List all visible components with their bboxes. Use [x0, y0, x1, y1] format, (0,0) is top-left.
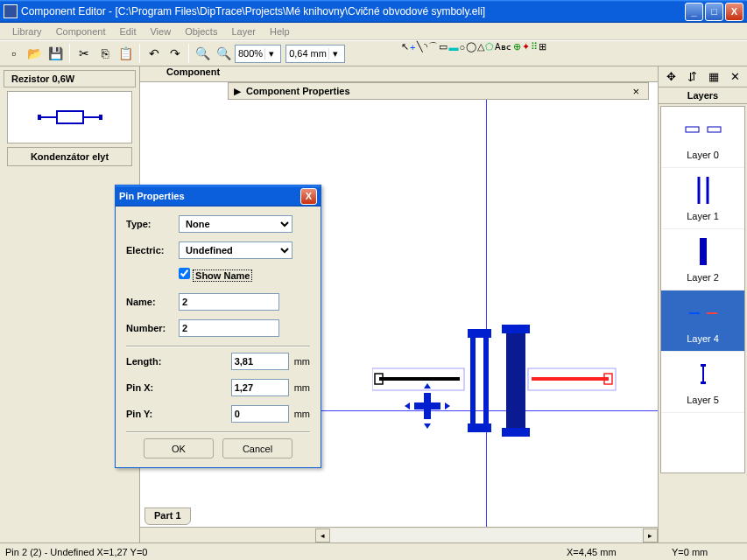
type-select[interactable]: None	[179, 215, 292, 233]
main-toolbar: ▫ 📂 💾 ✂ ⎘ 📋 ↶ ↷ 🔍 🔍 800%▾ 0,64 mm▾	[0, 40, 747, 66]
crosshair-icon[interactable]: +	[410, 42, 415, 52]
cut-icon[interactable]: ✂	[74, 44, 94, 64]
svg-rect-0	[57, 111, 83, 123]
type-label: Type:	[126, 219, 179, 229]
arc-icon[interactable]: ◝	[424, 41, 427, 52]
component-list-item[interactable]: Rezistor 0,6W	[4, 70, 136, 88]
pinx-input[interactable]	[231, 379, 289, 396]
menu-help[interactable]: Help	[263, 24, 297, 38]
layer-item[interactable]: Layer 5	[661, 352, 744, 413]
ellipse-icon[interactable]: ◯	[466, 41, 476, 52]
cancel-button[interactable]: Cancel	[222, 438, 292, 458]
component-preview	[7, 91, 132, 144]
zoom-out-icon[interactable]: 🔍	[214, 44, 234, 64]
menu-objects[interactable]: Objects	[178, 24, 224, 38]
component-properties-bar[interactable]: ▶ Component Properties ×	[228, 82, 649, 100]
save-icon[interactable]: 💾	[46, 44, 66, 64]
move-icon[interactable]: ✥	[666, 70, 676, 83]
layer-item[interactable]: Layer 2	[661, 229, 744, 290]
layer-item[interactable]: Layer 1	[661, 168, 744, 229]
fillrect-icon[interactable]: ▬	[448, 42, 458, 52]
svg-rect-14	[502, 428, 530, 437]
layer-label: Layer 0	[687, 150, 719, 160]
poly-icon[interactable]: △	[477, 41, 484, 52]
svg-rect-28	[700, 238, 707, 265]
symbol-drawing	[372, 320, 617, 480]
minimize-button[interactable]: _	[685, 3, 703, 21]
menu-component[interactable]: Component	[49, 24, 113, 38]
line-icon[interactable]: ╲	[417, 41, 423, 52]
menu-layer[interactable]: Layer	[224, 24, 263, 38]
grid-icon[interactable]: ⠿	[531, 41, 538, 52]
show-name-label[interactable]: Show Name	[193, 270, 252, 282]
layer-item-selected[interactable]: Layer 4	[661, 290, 744, 352]
svg-rect-11	[468, 424, 491, 432]
menu-bar: Library Component Edit View Objects Laye…	[0, 23, 747, 40]
show-name-checkbox[interactable]	[179, 268, 190, 279]
component-name-label: Kondenzátor elyt	[7, 147, 132, 166]
origin-icon[interactable]: ⊕	[513, 41, 521, 52]
svg-rect-10	[468, 329, 491, 338]
unit-label: mm	[294, 382, 310, 393]
status-x: X=4,45 mm	[567, 547, 672, 557]
svg-marker-21	[424, 424, 431, 429]
pinx-label: Pin X:	[126, 382, 231, 393]
horizontal-scrollbar[interactable]: ◂ ▸	[140, 527, 658, 542]
svg-rect-12	[506, 329, 525, 432]
close-button[interactable]: X	[725, 3, 743, 21]
number-input[interactable]	[179, 319, 279, 337]
grid2-icon[interactable]: ⊞	[539, 41, 546, 52]
menu-edit[interactable]: Edit	[113, 24, 144, 38]
delete-layer-icon[interactable]: ✕	[730, 70, 740, 83]
poly2-icon[interactable]: ⬠	[485, 41, 494, 52]
open-icon[interactable]: 📂	[25, 44, 45, 64]
undo-icon[interactable]: ↶	[144, 44, 164, 64]
maximize-button[interactable]: □	[705, 3, 723, 21]
unit-label: mm	[294, 409, 310, 419]
length-input[interactable]	[231, 353, 289, 370]
layer-label: Layer 2	[687, 272, 719, 283]
svg-rect-4	[99, 115, 102, 120]
layer-settings-icon[interactable]: ▦	[708, 70, 719, 83]
piny-input[interactable]	[231, 405, 289, 423]
svg-rect-3	[38, 115, 41, 120]
ok-button[interactable]: OK	[144, 438, 214, 458]
part-tab[interactable]: Part 1	[144, 508, 191, 525]
arc2-icon[interactable]: ⌒	[428, 40, 438, 53]
svg-rect-19	[414, 402, 440, 410]
scroll-right-icon[interactable]: ▸	[643, 528, 658, 542]
menu-view[interactable]: View	[143, 24, 178, 38]
layer-item[interactable]: Layer 0	[661, 107, 744, 168]
layers-header: Layers	[659, 88, 747, 104]
circle-icon[interactable]: ○	[459, 42, 465, 52]
pin-properties-dialog: Pin Properties X Type: None Electric: Un…	[115, 185, 321, 468]
text-icon[interactable]: Aʙᴄ	[495, 42, 511, 52]
dialog-close-icon[interactable]: X	[300, 188, 317, 205]
up-down-icon[interactable]: ⇵	[687, 70, 697, 83]
layer-tools: ✥ ⇵ ▦ ✕	[659, 66, 747, 88]
electric-select[interactable]: Undefined	[179, 242, 292, 259]
snap-icon[interactable]: ✦	[522, 41, 530, 52]
copy-icon[interactable]: ⎘	[95, 44, 115, 64]
paste-icon[interactable]: 📋	[116, 44, 136, 64]
expand-icon[interactable]: ▶	[234, 86, 241, 97]
rect-icon[interactable]: ▭	[439, 41, 447, 52]
svg-marker-20	[424, 383, 431, 388]
scroll-left-icon[interactable]: ◂	[315, 528, 330, 542]
name-input[interactable]	[179, 293, 279, 311]
grid-combo[interactable]: 0,64 mm▾	[285, 45, 345, 63]
redo-icon[interactable]: ↷	[165, 44, 185, 64]
close-props-icon[interactable]: ×	[629, 85, 643, 98]
dialog-title-bar[interactable]: Pin Properties X	[116, 186, 321, 206]
new-icon[interactable]: ▫	[4, 44, 24, 64]
svg-marker-23	[445, 402, 450, 410]
layer-label: Layer 4	[687, 333, 719, 344]
menu-library[interactable]: Library	[5, 24, 49, 38]
canvas-header: Component	[140, 66, 658, 82]
zoom-combo[interactable]: 800%▾	[235, 45, 281, 63]
component-properties-label: Component Properties	[246, 86, 629, 96]
svg-marker-22	[405, 402, 410, 410]
zoom-in-icon[interactable]: 🔍	[193, 44, 213, 64]
pointer-icon[interactable]: ↖	[401, 41, 409, 52]
status-bar: Pin 2 (2) - Undefined X=1,27 Y=0 X=4,45 …	[0, 542, 747, 560]
